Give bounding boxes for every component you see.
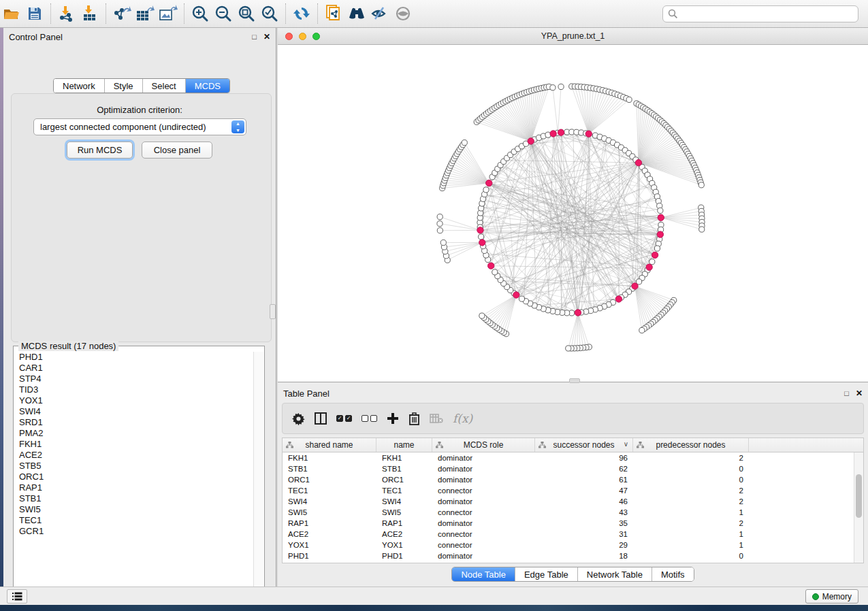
network-window-titlebar[interactable]: YPA_prune.txt_1 <box>278 28 868 45</box>
mcds-result-item[interactable]: ACE2 <box>19 450 254 461</box>
dominator-node[interactable] <box>558 129 564 135</box>
save-session-icon[interactable] <box>23 3 46 24</box>
zoom-fit-icon[interactable] <box>235 3 258 24</box>
dominator-node[interactable] <box>652 252 658 258</box>
network-node[interactable] <box>654 246 660 251</box>
dominator-node[interactable] <box>646 264 652 270</box>
leaf-node[interactable] <box>626 97 632 102</box>
deselect-all-rows-icon[interactable]: ✓✓ <box>361 415 377 422</box>
network-node[interactable] <box>649 259 655 265</box>
mcds-result-item[interactable]: SWI4 <box>19 406 254 417</box>
network-node[interactable] <box>519 296 524 301</box>
network-node[interactable] <box>479 234 484 240</box>
mcds-result-scrollbar[interactable] <box>253 352 263 597</box>
show-all-icon[interactable] <box>391 3 415 24</box>
dominator-node[interactable] <box>486 180 492 186</box>
close-panel-icon[interactable]: ✕ <box>263 32 270 42</box>
mcds-result-item[interactable]: GCR1 <box>19 526 254 537</box>
mcds-result-item[interactable]: STP4 <box>19 374 254 384</box>
leaf-node[interactable] <box>566 346 571 351</box>
network-from-table-icon[interactable] <box>322 3 345 24</box>
mcds-result-item[interactable]: ORC1 <box>19 472 254 482</box>
float-window-icon[interactable]: □ <box>252 33 257 41</box>
dominator-node[interactable] <box>632 283 638 289</box>
zoom-in-icon[interactable] <box>189 3 212 24</box>
tab-select[interactable]: Select <box>143 79 186 93</box>
table-row-ACE2[interactable]: ACE2ACE2connector311 <box>283 529 854 540</box>
tab-style[interactable]: Style <box>105 79 143 93</box>
tab-network-table[interactable]: Network Table <box>578 567 652 581</box>
dominator-node[interactable] <box>615 296 622 302</box>
leaf-node[interactable] <box>437 214 443 220</box>
leaf-node[interactable] <box>699 227 705 232</box>
mcds-result-item[interactable]: STB1 <box>19 493 254 504</box>
leaf-node[interactable] <box>437 228 443 233</box>
dominator-node[interactable] <box>513 292 519 298</box>
float-window-icon[interactable]: □ <box>844 389 849 397</box>
tab-node-table[interactable]: Node Table <box>452 567 515 581</box>
export-image-icon[interactable] <box>157 3 180 24</box>
table-row-TEC1[interactable]: TEC1TEC1connector472 <box>283 485 854 496</box>
leaf-node[interactable] <box>440 240 446 245</box>
mcds-result-item[interactable]: PMA2 <box>19 428 254 439</box>
hide-selected-icon[interactable] <box>368 3 391 24</box>
table-scrollbar[interactable] <box>854 452 863 563</box>
zoom-out-icon[interactable] <box>212 3 235 24</box>
dominator-node[interactable] <box>550 131 556 137</box>
delete-column-icon[interactable] <box>408 412 420 425</box>
close-panel-icon[interactable]: ✕ <box>856 389 863 398</box>
mcds-result-list[interactable]: PHD1CAR1STP4TID3YOX1SWI4SRD1PMA2FKH1ACE2… <box>14 352 254 597</box>
table-options-gear-icon[interactable] <box>292 412 305 425</box>
mcds-result-item[interactable]: SWI5 <box>19 504 254 515</box>
import-network-icon[interactable] <box>55 3 78 24</box>
export-network-icon[interactable] <box>110 3 133 24</box>
mcds-result-item[interactable]: TID3 <box>19 384 254 395</box>
network-node[interactable] <box>483 187 489 193</box>
table-row-SWI5[interactable]: SWI5SWI5connector431 <box>283 507 854 518</box>
mcds-result-item[interactable]: STB5 <box>19 461 254 472</box>
optimization-criterion-select[interactable]: largest connected component (undirected)… <box>33 118 246 135</box>
mcds-result-item[interactable]: CAR1 <box>19 363 254 374</box>
table-row-STB1[interactable]: STB1STB1dominator620 <box>283 463 854 474</box>
leaf-node[interactable] <box>550 85 556 90</box>
zoom-selected-icon[interactable] <box>258 3 281 24</box>
search-network-icon[interactable] <box>345 3 368 24</box>
tab-motifs[interactable]: Motifs <box>652 567 694 581</box>
mcds-result-item[interactable]: RAP1 <box>19 482 254 493</box>
vertical-splitter-handle[interactable] <box>270 304 276 319</box>
mcds-result-item[interactable]: TEC1 <box>19 515 254 526</box>
table-row-SWI4[interactable]: SWI4SWI4dominator462 <box>283 496 854 507</box>
column-header-name[interactable]: name <box>376 438 432 452</box>
table-row-ORC1[interactable]: ORC1ORC1dominator610 <box>283 474 854 485</box>
task-history-button[interactable] <box>7 589 27 604</box>
network-node[interactable] <box>492 269 498 275</box>
search-box[interactable] <box>662 5 858 22</box>
sort-chevron-icon[interactable]: ∨ <box>624 440 628 448</box>
select-all-rows-icon[interactable]: ✓✓ <box>336 415 352 422</box>
column-header-MCDS-role[interactable]: MCDS role <box>432 438 535 452</box>
export-table-icon[interactable] <box>133 3 157 24</box>
mcds-result-item[interactable]: SRD1 <box>19 417 254 428</box>
dominator-node[interactable] <box>658 214 664 220</box>
column-header-successor-nodes[interactable]: successor nodes∨ <box>535 438 633 452</box>
leaf-node[interactable] <box>639 327 645 333</box>
dominator-node[interactable] <box>575 310 581 316</box>
column-header-shared-name[interactable]: shared name <box>283 438 376 452</box>
dominator-node[interactable] <box>479 240 485 246</box>
run-mcds-button[interactable]: Run MCDS <box>67 142 133 159</box>
dominator-node[interactable] <box>585 131 592 137</box>
open-file-icon[interactable] <box>0 3 23 24</box>
mcds-result-item[interactable]: YOX1 <box>19 395 254 406</box>
search-input[interactable] <box>678 10 858 19</box>
apply-layout-icon[interactable] <box>290 3 313 24</box>
dominator-node[interactable] <box>477 227 483 233</box>
mcds-result-item[interactable]: PHD1 <box>19 352 254 363</box>
dominator-node[interactable] <box>657 231 663 237</box>
mcds-result-item[interactable]: FKH1 <box>19 439 254 450</box>
horizontal-splitter-handle[interactable] <box>569 378 580 383</box>
import-table-icon[interactable] <box>78 3 101 24</box>
leaf-node[interactable] <box>698 182 704 188</box>
tab-edge-table[interactable]: Edge Table <box>515 567 578 581</box>
network-graph-canvas[interactable] <box>278 45 867 381</box>
column-header-predecessor-nodes[interactable]: predecessor nodes <box>633 438 749 452</box>
